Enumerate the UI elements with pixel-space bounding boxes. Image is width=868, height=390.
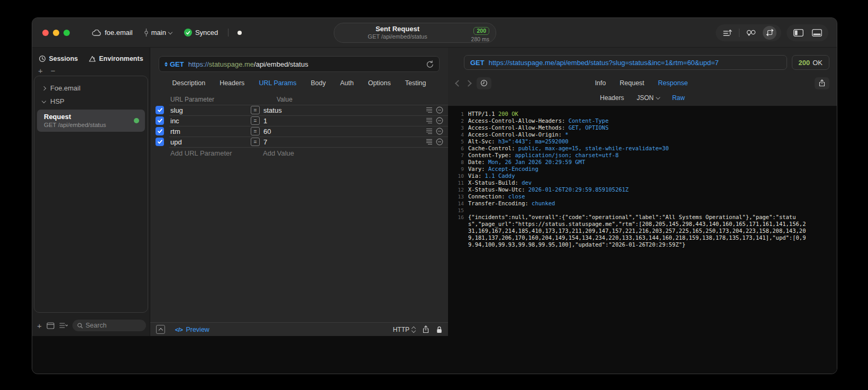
add-param-placeholder[interactable]: Add URL Parameter (170, 149, 251, 157)
response-url-field[interactable]: GET https://statuspage.me/api/embed/stat… (464, 55, 787, 70)
add-item-button[interactable]: + (37, 321, 42, 330)
new-group-button[interactable] (47, 322, 54, 329)
request-duration: 280 ms (471, 36, 489, 42)
timing-button[interactable] (477, 77, 491, 89)
import-export-button[interactable] (763, 26, 776, 40)
line-number: 13 (451, 193, 468, 200)
tab-environments[interactable]: Environments (88, 55, 143, 62)
tab-sessions[interactable]: Sessions (39, 55, 78, 62)
remove-param-icon[interactable] (436, 128, 443, 135)
tree-item-request-selected[interactable]: Request GET /api/embed/status (37, 110, 145, 132)
line-content: HTTP/1.1 200 OK (468, 111, 807, 117)
remove-session-button[interactable]: − (51, 66, 56, 75)
chevron-down-icon (168, 30, 172, 34)
line-content: X-Status-Build: dev (468, 179, 807, 186)
sync-check-icon (184, 29, 192, 37)
code-icon: </> (175, 326, 182, 333)
param-row: upd=7 (150, 137, 448, 147)
zoom-window-button[interactable] (63, 30, 70, 36)
line-number: 7 (451, 152, 468, 159)
param-value-field[interactable]: 60 (263, 128, 426, 135)
response-tab-response[interactable]: Response (658, 79, 688, 87)
param-checkbox-checked[interactable] (156, 127, 164, 135)
sync-status[interactable]: Synced (184, 29, 218, 37)
format-lines-icon[interactable] (426, 107, 433, 113)
export-list-button[interactable] (720, 26, 734, 40)
tree-item-hsp[interactable]: HSP (34, 95, 148, 108)
project-group[interactable]: foe.email main Synced (92, 29, 242, 37)
line-number: 12 (451, 186, 468, 193)
request-status-dot (134, 118, 139, 123)
chevron-down-icon (655, 95, 660, 99)
line-content: Connection: close (468, 193, 807, 200)
equals-operator-icon[interactable]: = (251, 127, 260, 135)
param-name-field[interactable]: inc (170, 117, 251, 125)
remove-param-icon[interactable] (436, 106, 443, 114)
response-tab-request[interactable]: Request (620, 79, 645, 87)
request-url-bar[interactable]: GET https://statuspage.me/api/embed/stat… (159, 56, 440, 72)
tree-item-foe-email[interactable]: Foe.email (34, 81, 148, 95)
history-forward-button[interactable] (463, 81, 473, 86)
response-line: 16{"incidents":null,"overall":{"code":"o… (451, 214, 807, 248)
param-checkbox-checked[interactable] (156, 116, 164, 125)
response-subtab-raw[interactable]: Raw (672, 94, 685, 102)
request-method: GET (170, 60, 184, 68)
export-response-button[interactable] (815, 77, 829, 89)
tab-url-params[interactable]: URL Params (259, 79, 296, 87)
add-value-placeholder[interactable]: Add Value (263, 149, 294, 157)
sent-request-pill[interactable]: Sent Request GET /api/embed/status 200 2… (334, 23, 496, 43)
tab-auth[interactable]: Auth (340, 79, 354, 87)
tree-item-label: Foe.email (50, 84, 80, 92)
param-value-field[interactable]: 1 (263, 117, 426, 125)
param-name-field[interactable]: upd (170, 138, 251, 146)
toggle-bottom-panel-button[interactable] (810, 26, 824, 40)
tab-headers[interactable]: Headers (220, 79, 244, 87)
branch-selector[interactable]: main (144, 29, 172, 37)
line-content: Vary: Accept-Encoding (468, 166, 807, 173)
equals-operator-icon[interactable]: = (251, 138, 260, 146)
preview-button[interactable]: </> Preview (175, 326, 209, 333)
minimize-window-button[interactable] (53, 30, 59, 36)
sessions-label: Sessions (49, 55, 78, 62)
response-subtab-json[interactable]: JSON (637, 94, 660, 102)
share-icon[interactable] (423, 325, 429, 333)
remove-param-icon[interactable] (436, 117, 443, 124)
response-body[interactable]: 1HTTP/1.1 200 OK2Access-Control-Allow-He… (448, 106, 837, 374)
close-window-button[interactable] (42, 30, 49, 36)
param-checkbox-checked[interactable] (156, 138, 164, 146)
line-number: 8 (451, 159, 468, 166)
sent-request-title: Sent Request (334, 25, 461, 33)
equals-operator-icon[interactable]: = (251, 106, 260, 114)
add-param-row[interactable]: Add URL Parameter Add Value (150, 147, 448, 159)
request-editor: GET https://statuspage.me/api/embed/stat… (150, 48, 448, 336)
history-back-button[interactable] (453, 81, 463, 86)
format-lines-icon[interactable] (426, 139, 433, 145)
response-tab-info[interactable]: Info (595, 79, 606, 87)
param-value-field[interactable]: status (263, 106, 426, 114)
equals-operator-icon[interactable]: = (251, 116, 260, 125)
format-lines-icon[interactable] (426, 117, 433, 124)
param-value-field[interactable]: 7 (263, 138, 426, 146)
branch-name: main (151, 29, 166, 37)
search-field[interactable]: Search (72, 320, 146, 331)
toggle-sidebar-button[interactable] (791, 26, 805, 40)
remove-param-icon[interactable] (436, 138, 443, 146)
request-chain-button[interactable] (744, 26, 758, 40)
branch-icon (144, 29, 149, 37)
console-toggle-button[interactable] (156, 325, 165, 334)
protocol-selector[interactable]: HTTP (393, 326, 415, 333)
tab-options[interactable]: Options (368, 79, 391, 87)
sort-options-button[interactable] (59, 322, 68, 329)
tab-testing[interactable]: Testing (405, 79, 426, 87)
response-subtab-headers[interactable]: Headers (600, 94, 624, 102)
line-number: 5 (451, 138, 468, 145)
tab-description[interactable]: Description (172, 79, 206, 87)
param-name-field[interactable]: rtm (170, 128, 251, 135)
param-checkbox-checked[interactable] (156, 106, 164, 114)
resend-request-icon[interactable] (426, 60, 434, 68)
response-line: 6Cache-Control: public, max-age=15, stal… (451, 145, 807, 152)
format-lines-icon[interactable] (426, 128, 433, 134)
param-name-field[interactable]: slug (170, 106, 251, 114)
tab-body[interactable]: Body (310, 79, 326, 87)
add-session-button[interactable]: + (38, 66, 43, 75)
